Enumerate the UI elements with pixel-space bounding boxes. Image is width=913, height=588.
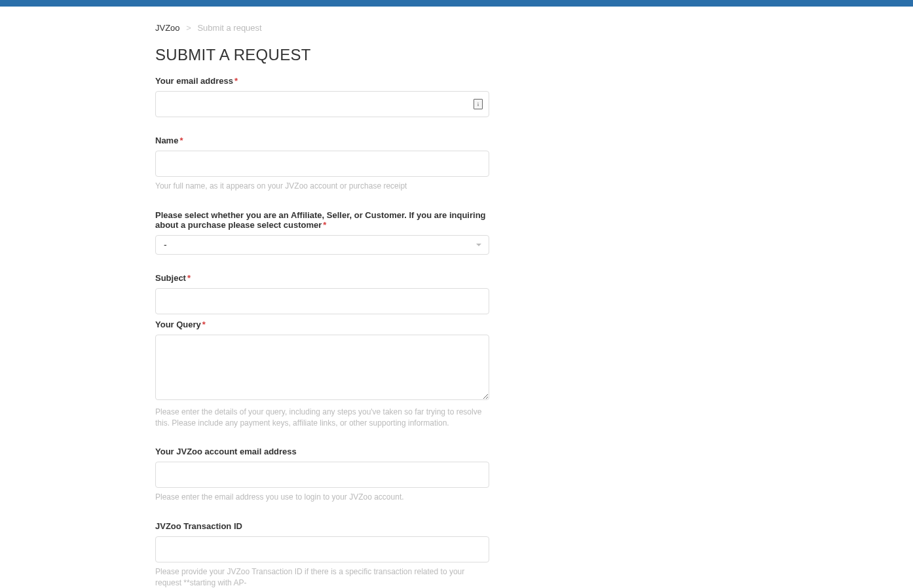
label-role: Please select whether you are an Affilia… <box>155 210 489 230</box>
account-email-input[interactable] <box>155 462 489 488</box>
hint-account-email: Please enter the email address you use t… <box>155 492 489 503</box>
request-form: Your email address* Name* Your full name… <box>155 76 489 588</box>
role-select[interactable]: - <box>155 235 489 255</box>
name-input[interactable] <box>155 151 489 177</box>
label-name: Name* <box>155 136 489 145</box>
contact-card-icon[interactable] <box>474 99 483 109</box>
subject-input[interactable] <box>155 288 489 314</box>
field-email: Your email address* <box>155 76 489 117</box>
label-email: Your email address* <box>155 76 489 86</box>
field-subject: Subject* <box>155 273 489 314</box>
field-name: Name* Your full name, as it appears on y… <box>155 136 489 192</box>
hint-name: Your full name, as it appears on your JV… <box>155 181 489 192</box>
required-indicator: * <box>179 136 183 145</box>
label-account-email: Your JVZoo account email address <box>155 447 489 456</box>
transaction-id-input[interactable] <box>155 536 489 562</box>
label-query: Your Query* <box>155 320 489 329</box>
email-input[interactable] <box>155 91 489 117</box>
field-account-email: Your JVZoo account email address Please … <box>155 447 489 503</box>
required-indicator: * <box>323 220 326 230</box>
label-subject: Subject* <box>155 273 489 283</box>
main-container: JVZoo > Submit a request SUBMIT A REQUES… <box>142 7 771 588</box>
breadcrumb-separator: > <box>186 23 191 33</box>
breadcrumb-root-link[interactable]: JVZoo <box>155 23 180 33</box>
breadcrumb: JVZoo > Submit a request <box>155 7 758 46</box>
required-indicator: * <box>202 320 206 329</box>
query-textarea[interactable] <box>155 335 489 400</box>
field-role: Please select whether you are an Affilia… <box>155 210 489 255</box>
breadcrumb-current: Submit a request <box>197 23 261 33</box>
top-bar <box>0 0 913 7</box>
field-query: Your Query* Please enter the details of … <box>155 320 489 429</box>
label-transaction-id: JVZoo Transaction ID <box>155 521 489 531</box>
required-indicator: * <box>234 76 238 86</box>
hint-transaction-id: Please provide your JVZoo Transaction ID… <box>155 566 489 588</box>
field-transaction-id: JVZoo Transaction ID Please provide your… <box>155 521 489 588</box>
required-indicator: * <box>187 273 191 283</box>
hint-query: Please enter the details of your query, … <box>155 407 489 429</box>
page-title: SUBMIT A REQUEST <box>155 46 758 64</box>
